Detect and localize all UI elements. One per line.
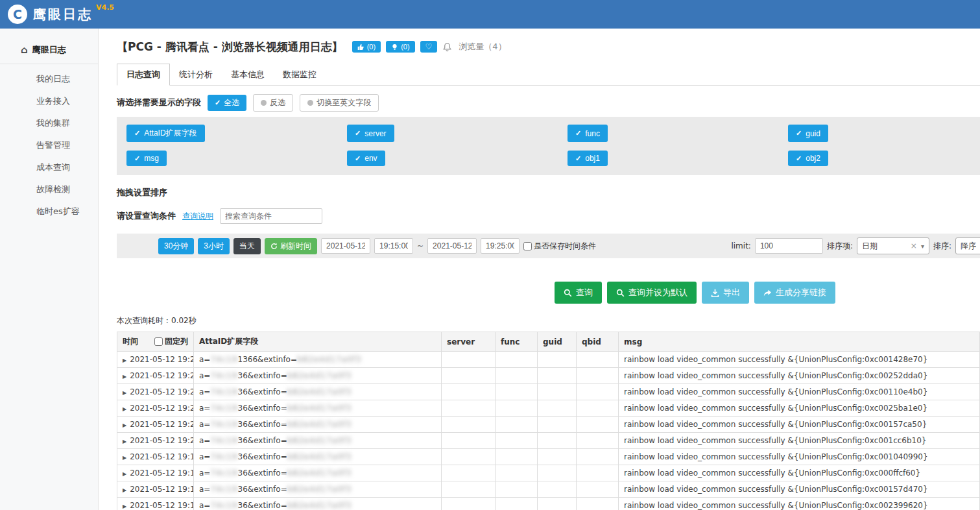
sort-order-select[interactable]: 降序 ▾	[955, 237, 980, 254]
field-checkbox-button[interactable]: ✓obj2	[788, 151, 828, 166]
row-atta-cell: a=74c1936&extinfo=b82e4d17a0f3	[194, 417, 442, 433]
sidebar-item[interactable]: 业务接入	[0, 90, 98, 112]
quick-3hour-button[interactable]: 3小时	[198, 238, 230, 254]
start-time-input[interactable]	[374, 238, 413, 254]
row-time-cell[interactable]: ▶2021-05-12 19:22:00	[117, 400, 194, 417]
select-all-label: 全选	[224, 97, 239, 108]
export-button[interactable]: 导出	[702, 282, 749, 304]
expand-row-icon[interactable]: ▶	[123, 406, 126, 412]
sidebar-item[interactable]: 临时es扩容	[0, 200, 98, 223]
query-button[interactable]: 查询	[555, 282, 602, 304]
circle-icon	[307, 100, 313, 106]
row-time-cell[interactable]: ▶2021-05-12 19:19:00	[117, 449, 194, 465]
clear-icon[interactable]: ×	[911, 241, 917, 250]
limit-input[interactable]	[755, 238, 823, 254]
expand-row-icon[interactable]: ▶	[123, 439, 126, 444]
log-table-body: ▶2021-05-12 19:25:00a=74c191366&extinfo=…	[117, 352, 980, 510]
select-all-button[interactable]: ✓ 全选	[208, 95, 246, 111]
end-time-input[interactable]	[481, 238, 520, 254]
tab[interactable]: 数据监控	[274, 64, 326, 85]
row-time-cell[interactable]: ▶2021-05-12 19:21:00	[117, 417, 194, 433]
expand-row-icon[interactable]: ▶	[123, 358, 126, 363]
views-count: 浏览量（4）	[459, 41, 506, 53]
expand-row-icon[interactable]: ▶	[123, 487, 126, 493]
tab[interactable]: 日志查询	[117, 64, 170, 86]
tab[interactable]: 统计分析	[170, 64, 222, 85]
field-checkbox-button[interactable]: ✓msg	[126, 151, 167, 166]
share-icon	[763, 289, 772, 297]
sidebar-item[interactable]: 告警管理	[0, 134, 98, 156]
row-guid-cell	[538, 417, 577, 433]
col-header-atta: AttaID扩展字段	[194, 332, 442, 352]
expand-row-icon[interactable]: ▶	[123, 422, 126, 428]
sidebar-item[interactable]: 我的集群	[0, 112, 98, 134]
suggest-button[interactable]: (0)	[386, 41, 414, 53]
sort-field-select[interactable]: 日期 × ▾	[857, 237, 929, 254]
sidebar-item[interactable]: 故障检测	[0, 178, 98, 200]
field-checkbox-button[interactable]: ✓obj1	[568, 151, 608, 166]
tab[interactable]: 基本信息	[222, 64, 274, 85]
row-time-cell[interactable]: ▶2021-05-12 19:18:00	[117, 465, 194, 481]
query-set-default-button[interactable]: 查询并设为默认	[607, 282, 697, 304]
field-checkbox-button[interactable]: ✓AttaID扩展字段	[126, 125, 205, 142]
sidebar-item[interactable]: 成本查询	[0, 156, 98, 178]
condition-search-input[interactable]	[220, 208, 322, 224]
quick-30min-button[interactable]: 30分钟	[158, 238, 194, 254]
row-guid-cell	[538, 384, 577, 400]
row-time-cell[interactable]: ▶2021-05-12 19:17:00	[117, 481, 194, 498]
switch-language-button[interactable]: 切换至英文字段	[300, 94, 379, 112]
table-row: ▶2021-05-12 19:16:00a=74c1936&extinfo=b8…	[117, 498, 980, 510]
query-help-link[interactable]: 查询说明	[182, 211, 213, 222]
sidebar-item[interactable]: ⌂鹰眼日志	[0, 39, 98, 64]
row-time-cell[interactable]: ▶2021-05-12 19:23:00	[117, 384, 194, 400]
expand-row-icon[interactable]: ▶	[123, 455, 126, 461]
favorite-button[interactable]: ♡	[420, 41, 438, 53]
row-func-cell	[496, 449, 538, 465]
circle-icon	[261, 100, 267, 106]
row-time-cell[interactable]: ▶2021-05-12 19:16:00	[117, 498, 194, 510]
row-time-cell[interactable]: ▶2021-05-12 19:20:00	[117, 433, 194, 449]
row-qbid-cell	[577, 400, 619, 417]
expand-row-icon[interactable]: ▶	[123, 471, 126, 477]
row-time-value: 2021-05-12 19:24:00	[130, 371, 193, 380]
row-server-cell	[442, 498, 496, 510]
field-checkbox-button[interactable]: ✓guid	[788, 125, 828, 142]
table-row: ▶2021-05-12 19:17:00a=74c1936&extinfo=b8…	[117, 481, 980, 498]
table-row: ▶2021-05-12 19:25:00a=74c191366&extinfo=…	[117, 352, 980, 368]
col-header-msg: msg	[619, 332, 980, 352]
end-date-input[interactable]	[427, 238, 477, 254]
share-link-button[interactable]: 生成分享链接	[754, 282, 835, 304]
field-checkbox-button[interactable]: ✓env	[347, 151, 385, 166]
fixed-column-option[interactable]: 固定列	[154, 336, 188, 347]
redacted-text: 74c19	[210, 371, 237, 380]
check-icon: ✓	[575, 129, 581, 138]
fixed-column-checkbox[interactable]	[154, 337, 163, 346]
expand-row-icon[interactable]: ▶	[123, 504, 126, 509]
sidebar-item-label: 我的日志	[36, 74, 70, 84]
invert-select-button[interactable]: 反选	[253, 94, 293, 112]
query-elapsed-text: 本次查询耗时：0.02秒	[117, 315, 980, 326]
row-time-value: 2021-05-12 19:18:00	[130, 468, 193, 478]
start-date-input[interactable]	[321, 238, 370, 254]
field-checkbox-button[interactable]: ✓func	[568, 125, 608, 142]
row-time-cell[interactable]: ▶2021-05-12 19:24:00	[117, 368, 194, 384]
row-qbid-cell	[577, 417, 619, 433]
quick-today-button[interactable]: 当天	[233, 238, 261, 254]
invert-select-label: 反选	[270, 97, 285, 108]
save-time-option[interactable]: 是否保存时间条件	[523, 241, 596, 252]
like-button[interactable]: (0)	[352, 41, 381, 53]
row-time-cell[interactable]: ▶2021-05-12 19:25:00	[117, 352, 194, 368]
bulb-icon	[391, 43, 398, 51]
suggest-count: (0)	[401, 43, 409, 51]
sidebar-item[interactable]: 我的日志	[0, 68, 98, 90]
save-time-checkbox[interactable]	[523, 242, 532, 250]
alarm-button[interactable]	[442, 42, 452, 52]
row-qbid-cell	[577, 433, 619, 449]
expand-row-icon[interactable]: ▶	[123, 390, 126, 396]
check-icon: ✓	[134, 129, 140, 138]
field-label: func	[585, 129, 600, 138]
field-checkbox-button[interactable]: ✓server	[347, 125, 394, 142]
row-qbid-cell	[577, 449, 619, 465]
refresh-time-button[interactable]: 刷新时间	[265, 238, 317, 254]
expand-row-icon[interactable]: ▶	[123, 374, 126, 380]
